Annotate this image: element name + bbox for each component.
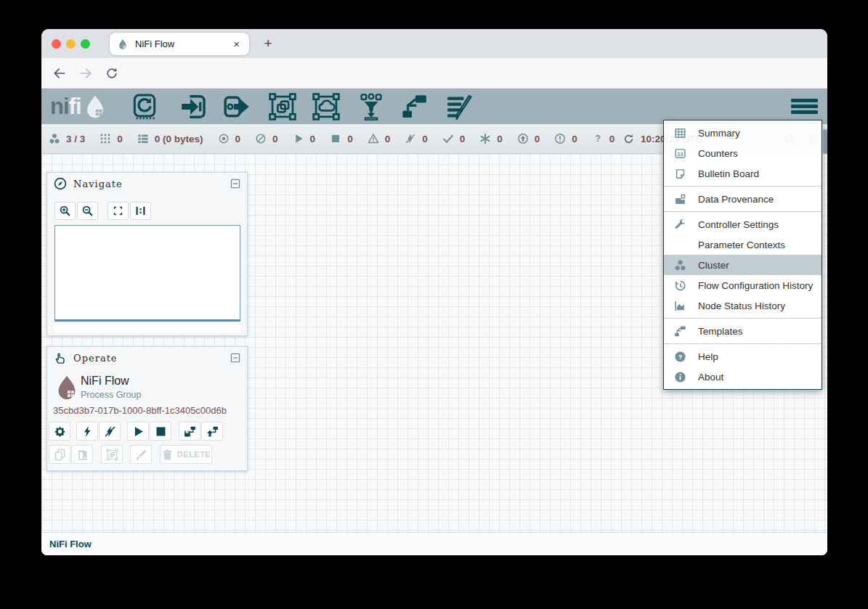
start-button[interactable] [127,422,149,441]
process-group-icon[interactable] [269,93,296,120]
status-disabled: 0 [405,133,428,144]
reload-icon[interactable] [105,66,119,81]
disable-button[interactable] [99,422,121,441]
label-icon[interactable] [445,93,473,120]
cluster-icon [49,133,60,144]
browser-tab-bar: NiFi Flow × + [41,29,827,58]
navigate-title: Navigate [73,179,230,189]
menu-item-flow-configuration-history[interactable]: Flow Configuration History [664,275,822,295]
operate-header: Operate [47,347,247,369]
zoom-out-button[interactable] [77,202,98,220]
tab-close-icon[interactable]: × [231,38,242,50]
breadcrumb-bar: NiFi Flow [41,532,827,555]
template-icon[interactable] [401,93,429,120]
copy-button[interactable] [49,445,70,464]
new-tab-button[interactable]: + [258,34,278,53]
navigate-panel: Navigate [46,172,248,336]
scrollbar-thumb[interactable] [823,129,827,154]
browser-tab[interactable]: NiFi Flow × [110,33,249,55]
menu-item-cluster[interactable]: Cluster [664,255,822,275]
start-icon [132,425,145,438]
nifi-drop-icon [82,94,108,120]
delete-icon [161,449,174,461]
back-icon[interactable] [52,66,67,81]
menu-separator [664,186,822,187]
global-menu-icon[interactable] [791,99,818,116]
funnel-icon[interactable] [357,93,385,120]
processor-icon[interactable] [131,93,158,120]
menu-item-data-provenance[interactable]: Data Provenance [664,189,822,209]
status-invalid: 0 [368,133,391,144]
create-template-icon [184,425,196,438]
input-port-icon[interactable] [179,93,207,120]
locally-modified-stale-icon [554,133,566,144]
minimize-window-button[interactable] [66,39,76,49]
zoom-fit-button[interactable] [108,202,129,220]
menu-item-summary[interactable]: Summary [664,123,822,143]
transmitting-icon [218,133,230,144]
node-status-history-icon [673,300,687,312]
close-window-button[interactable] [52,39,61,49]
sync-failure-icon: ? [592,133,604,144]
navigate-header: Navigate [47,173,247,195]
menu-item-parameter-contexts[interactable]: Parameter Contexts [664,234,822,255]
menu-separator [664,318,822,319]
collapse-navigate-icon[interactable] [230,179,240,189]
configure-icon [54,425,66,438]
refresh-icon[interactable] [622,133,635,145]
status-sync-failure: ?0 [592,133,615,144]
flow-name: NiFi Flow [81,375,129,388]
remote-process-group-icon[interactable] [312,93,340,120]
stop-button[interactable] [150,422,171,441]
group-button[interactable] [101,445,123,464]
browser-window: NiFi Flow × + 192.168.40.11:8080/nifi/ l… [41,29,827,555]
menu-separator [664,211,822,212]
menu-item-about[interactable]: About [664,367,822,387]
maximize-window-button[interactable] [81,39,90,49]
menu-separator [664,343,822,344]
output-port-icon[interactable] [223,93,251,120]
menu-item-help[interactable]: ?Help [664,346,822,367]
delete-button[interactable]: DELETE [160,445,212,464]
zoom-actual-icon [134,205,147,217]
forward-icon[interactable] [78,66,93,81]
help-icon: ? [673,351,687,363]
enable-button[interactable] [76,422,98,441]
menu-item-templates[interactable]: Templates [664,321,822,341]
menu-item-node-status-history[interactable]: Node Status History [664,295,822,316]
birdseye-footer [54,324,240,333]
collapse-operate-icon[interactable] [230,353,240,363]
grid-icon [100,133,111,144]
zoom-fit-icon [112,205,124,217]
fill-color-icon [135,449,147,461]
paste-button[interactable] [71,445,93,464]
menu-item-controller-settings[interactable]: Controller Settings [664,214,822,234]
no-icon [673,239,687,251]
upload-template-button[interactable] [201,422,223,441]
status-locally-modified-stale: 0 [554,133,577,144]
status-transmitting: 0 [218,133,241,144]
browser-nav-bar: 192.168.40.11:8080/nifi/ local [41,58,827,89]
group-icon [106,449,118,461]
process-group-drop-icon [53,373,81,402]
invalid-icon [368,133,379,144]
running-icon [293,133,304,144]
birdseye-view[interactable] [54,225,240,322]
operate-panel: Operate NiFi Flow Process Group 35cbd3b7… [46,346,248,471]
nifi-favicon-icon [117,38,129,50]
status-stopped: 0 [330,133,353,144]
configure-button[interactable] [49,422,70,441]
status-stale: 0 [517,133,540,144]
zoom-actual-button[interactable] [130,202,151,220]
disabled-icon [405,133,416,144]
zoom-in-icon [59,205,71,217]
breadcrumb[interactable]: NiFi Flow [49,539,92,549]
menu-item-bulletin-board[interactable]: Bulletin Board [664,163,822,184]
create-template-button[interactable] [179,422,200,441]
zoom-in-button[interactable] [54,202,76,220]
up-to-date-icon [442,133,454,144]
menu-item-counters[interactable]: 23Counters [664,143,822,163]
paste-icon [76,449,89,461]
fill-color-button[interactable] [130,445,152,464]
flow-configuration-history-icon [673,279,687,292]
